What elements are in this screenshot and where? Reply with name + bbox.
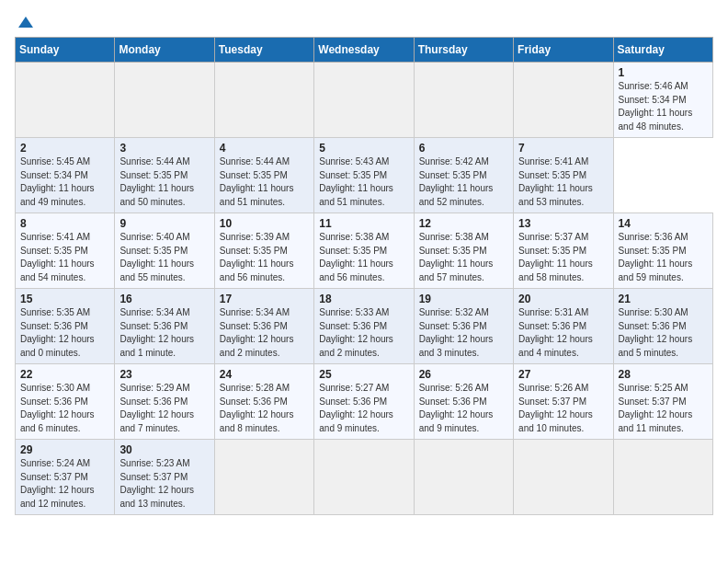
calendar-day-cell	[414, 440, 513, 515]
calendar-day-cell	[314, 440, 414, 515]
day-header-wednesday: Wednesday	[314, 38, 414, 63]
day-number: 24	[220, 368, 309, 381]
day-number: 2	[20, 142, 109, 155]
day-number: 7	[518, 142, 608, 155]
calendar-day-cell	[214, 440, 313, 515]
day-detail: Sunrise: 5:30 AMSunset: 5:36 PMDaylight:…	[619, 306, 708, 360]
day-detail: Sunrise: 5:28 AMSunset: 5:36 PMDaylight:…	[220, 382, 309, 435]
calendar-day-cell: 14Sunrise: 5:36 AMSunset: 5:35 PMDayligh…	[613, 213, 712, 289]
day-header-tuesday: Tuesday	[214, 38, 313, 63]
day-detail: Sunrise: 5:27 AMSunset: 5:36 PMDaylight:…	[319, 382, 408, 435]
calendar-day-cell	[414, 63, 513, 138]
calendar-week-row: 2Sunrise: 5:45 AMSunset: 5:34 PMDaylight…	[16, 138, 713, 213]
calendar-day-cell	[214, 63, 313, 138]
calendar-day-cell: 18Sunrise: 5:33 AMSunset: 5:36 PMDayligh…	[314, 289, 414, 364]
day-header-saturday: Saturday	[613, 38, 712, 63]
day-detail: Sunrise: 5:32 AMSunset: 5:36 PMDaylight:…	[419, 306, 508, 360]
day-detail: Sunrise: 5:38 AMSunset: 5:35 PMDaylight:…	[419, 231, 508, 284]
day-header-monday: Monday	[115, 38, 214, 63]
day-number: 26	[419, 368, 508, 381]
day-number: 17	[220, 293, 309, 305]
logo	[15, 15, 35, 29]
day-detail: Sunrise: 5:30 AMSunset: 5:36 PMDaylight:…	[20, 382, 109, 435]
day-number: 22	[20, 368, 109, 381]
day-detail: Sunrise: 5:44 AMSunset: 5:35 PMDaylight:…	[119, 155, 209, 209]
calendar-day-cell	[514, 440, 613, 515]
calendar-week-row: 29Sunrise: 5:24 AMSunset: 5:37 PMDayligh…	[16, 440, 713, 515]
day-detail: Sunrise: 5:36 AMSunset: 5:35 PMDaylight:…	[619, 231, 708, 284]
day-number: 15	[20, 293, 109, 305]
day-detail: Sunrise: 5:26 AMSunset: 5:37 PMDaylight:…	[518, 382, 608, 435]
day-number: 8	[20, 217, 109, 230]
calendar-day-cell: 9Sunrise: 5:40 AMSunset: 5:35 PMDaylight…	[115, 213, 214, 289]
calendar-table: SundayMondayTuesdayWednesdayThursdayFrid…	[15, 37, 713, 515]
calendar-day-cell: 21Sunrise: 5:30 AMSunset: 5:36 PMDayligh…	[613, 289, 712, 364]
day-header-thursday: Thursday	[414, 38, 513, 63]
calendar-day-cell: 29Sunrise: 5:24 AMSunset: 5:37 PMDayligh…	[16, 440, 115, 515]
calendar-week-row: 8Sunrise: 5:41 AMSunset: 5:35 PMDaylight…	[16, 213, 713, 289]
day-number: 18	[319, 293, 408, 305]
day-detail: Sunrise: 5:24 AMSunset: 5:37 PMDaylight:…	[20, 457, 109, 511]
day-number: 3	[119, 142, 209, 155]
calendar-day-cell: 27Sunrise: 5:26 AMSunset: 5:37 PMDayligh…	[514, 364, 613, 440]
calendar-day-cell	[115, 63, 214, 138]
logo-icon	[17, 15, 35, 33]
calendar-day-cell: 23Sunrise: 5:29 AMSunset: 5:36 PMDayligh…	[115, 364, 214, 440]
day-number: 1	[619, 66, 708, 79]
day-number: 21	[619, 293, 708, 305]
day-number: 28	[619, 368, 708, 381]
day-detail: Sunrise: 5:42 AMSunset: 5:35 PMDaylight:…	[419, 155, 508, 209]
day-header-sunday: Sunday	[16, 38, 115, 63]
day-number: 6	[419, 142, 508, 155]
day-detail: Sunrise: 5:33 AMSunset: 5:36 PMDaylight:…	[319, 306, 408, 360]
calendar-day-cell: 10Sunrise: 5:39 AMSunset: 5:35 PMDayligh…	[214, 213, 313, 289]
day-detail: Sunrise: 5:35 AMSunset: 5:36 PMDaylight:…	[20, 306, 109, 360]
calendar-day-cell: 4Sunrise: 5:44 AMSunset: 5:35 PMDaylight…	[214, 138, 313, 213]
calendar-day-cell: 5Sunrise: 5:43 AMSunset: 5:35 PMDaylight…	[314, 138, 414, 213]
calendar-day-cell: 20Sunrise: 5:31 AMSunset: 5:36 PMDayligh…	[514, 289, 613, 364]
day-detail: Sunrise: 5:41 AMSunset: 5:35 PMDaylight:…	[518, 155, 608, 209]
calendar-week-row: 22Sunrise: 5:30 AMSunset: 5:36 PMDayligh…	[16, 364, 713, 440]
day-number: 13	[518, 217, 608, 230]
day-number: 4	[220, 142, 309, 155]
day-number: 12	[419, 217, 508, 230]
day-number: 20	[518, 293, 608, 305]
calendar-day-cell: 24Sunrise: 5:28 AMSunset: 5:36 PMDayligh…	[214, 364, 313, 440]
day-number: 25	[319, 368, 408, 381]
day-detail: Sunrise: 5:45 AMSunset: 5:34 PMDaylight:…	[20, 155, 109, 209]
day-detail: Sunrise: 5:39 AMSunset: 5:35 PMDaylight:…	[220, 231, 309, 284]
calendar-day-cell: 15Sunrise: 5:35 AMSunset: 5:36 PMDayligh…	[16, 289, 115, 364]
page-header	[15, 15, 713, 29]
day-detail: Sunrise: 5:41 AMSunset: 5:35 PMDaylight:…	[20, 231, 109, 284]
calendar-day-cell: 2Sunrise: 5:45 AMSunset: 5:34 PMDaylight…	[16, 138, 115, 213]
day-detail: Sunrise: 5:37 AMSunset: 5:35 PMDaylight:…	[518, 231, 608, 284]
calendar-week-row: 1Sunrise: 5:46 AMSunset: 5:34 PMDaylight…	[16, 63, 713, 138]
calendar-body: 1Sunrise: 5:46 AMSunset: 5:34 PMDaylight…	[16, 63, 713, 515]
calendar-day-cell	[314, 63, 414, 138]
calendar-day-cell: 30Sunrise: 5:23 AMSunset: 5:37 PMDayligh…	[115, 440, 214, 515]
calendar-day-cell: 26Sunrise: 5:26 AMSunset: 5:36 PMDayligh…	[414, 364, 513, 440]
calendar-day-cell: 7Sunrise: 5:41 AMSunset: 5:35 PMDaylight…	[514, 138, 613, 213]
day-detail: Sunrise: 5:43 AMSunset: 5:35 PMDaylight:…	[319, 155, 408, 209]
day-number: 27	[518, 368, 608, 381]
day-detail: Sunrise: 5:29 AMSunset: 5:36 PMDaylight:…	[119, 382, 209, 435]
calendar-day-cell: 19Sunrise: 5:32 AMSunset: 5:36 PMDayligh…	[414, 289, 513, 364]
calendar-day-cell: 1Sunrise: 5:46 AMSunset: 5:34 PMDaylight…	[613, 63, 712, 138]
day-number: 9	[119, 217, 209, 230]
day-number: 16	[119, 293, 209, 305]
day-detail: Sunrise: 5:34 AMSunset: 5:36 PMDaylight:…	[220, 306, 309, 360]
day-detail: Sunrise: 5:38 AMSunset: 5:35 PMDaylight:…	[319, 231, 408, 284]
calendar-day-cell: 25Sunrise: 5:27 AMSunset: 5:36 PMDayligh…	[314, 364, 414, 440]
calendar-week-row: 15Sunrise: 5:35 AMSunset: 5:36 PMDayligh…	[16, 289, 713, 364]
day-detail: Sunrise: 5:26 AMSunset: 5:36 PMDaylight:…	[419, 382, 508, 435]
day-number: 10	[220, 217, 309, 230]
day-number: 14	[619, 217, 708, 230]
day-number: 30	[119, 443, 209, 456]
calendar-day-cell: 3Sunrise: 5:44 AMSunset: 5:35 PMDaylight…	[115, 138, 214, 213]
calendar-day-cell: 6Sunrise: 5:42 AMSunset: 5:35 PMDaylight…	[414, 138, 513, 213]
day-number: 19	[419, 293, 508, 305]
calendar-day-cell: 28Sunrise: 5:25 AMSunset: 5:37 PMDayligh…	[613, 364, 712, 440]
day-header-friday: Friday	[514, 38, 613, 63]
day-detail: Sunrise: 5:40 AMSunset: 5:35 PMDaylight:…	[119, 231, 209, 284]
calendar-day-cell: 12Sunrise: 5:38 AMSunset: 5:35 PMDayligh…	[414, 213, 513, 289]
